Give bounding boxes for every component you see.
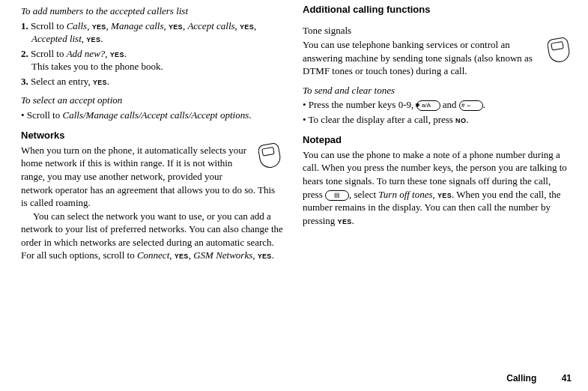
page-footer: Calling 41: [506, 373, 572, 384]
networks-body: When you turn on the phone, it automatic…: [21, 144, 283, 262]
bullet-clear-display: To clear the display after a call, press…: [303, 113, 572, 127]
heading-select-accept: To select an accept option: [21, 94, 283, 107]
right-column: Additional calling functions Tone signal…: [303, 3, 572, 262]
notepad-body: You can use the phone to make a note of …: [303, 148, 572, 227]
heading-tone-signals: Tone signals: [303, 24, 572, 37]
bullet-accept-option: Scroll to Calls/Manage calls/Accept call…: [21, 109, 283, 122]
phone-icon: [548, 38, 572, 65]
menu-key-icon: ▤: [325, 190, 349, 201]
heading-networks: Networks: [21, 129, 283, 142]
footer-section: Calling: [506, 373, 536, 384]
heading-additional-functions: Additional calling functions: [303, 3, 572, 16]
step-1: 1. Scroll to Calls, YES, Manage calls, Y…: [21, 19, 283, 46]
tone-signals-body: You can use telephone banking services o…: [303, 38, 572, 78]
heading-add-numbers: To add numbers to the accepted callers l…: [21, 4, 283, 18]
heading-notepad: Notepad: [303, 133, 572, 147]
left-column: To add numbers to the accepted callers l…: [13, 3, 283, 262]
star-key-icon: ✱ a/A: [416, 100, 440, 111]
bullets-select-accept: Scroll to Calls/Manage calls/Accept call…: [21, 109, 283, 122]
step-3: 3. Select an entry, YES.: [21, 75, 283, 88]
phone-icon: [259, 144, 283, 171]
step-2: 2. Scroll to Add new?, YES. This takes y…: [21, 47, 283, 73]
bullets-tones: Press the number keys 0-9, ✱ a/A and # ⌣…: [303, 98, 572, 126]
heading-send-clear-tones: To send and clear tones: [303, 84, 572, 97]
footer-page-number: 41: [562, 373, 572, 384]
bullet-press-keys: Press the number keys 0-9, ✱ a/A and # ⌣…: [303, 98, 572, 112]
hash-key-icon: # ⌣: [459, 100, 483, 111]
steps-add-numbers: 1. Scroll to Calls, YES, Manage calls, Y…: [21, 19, 283, 88]
